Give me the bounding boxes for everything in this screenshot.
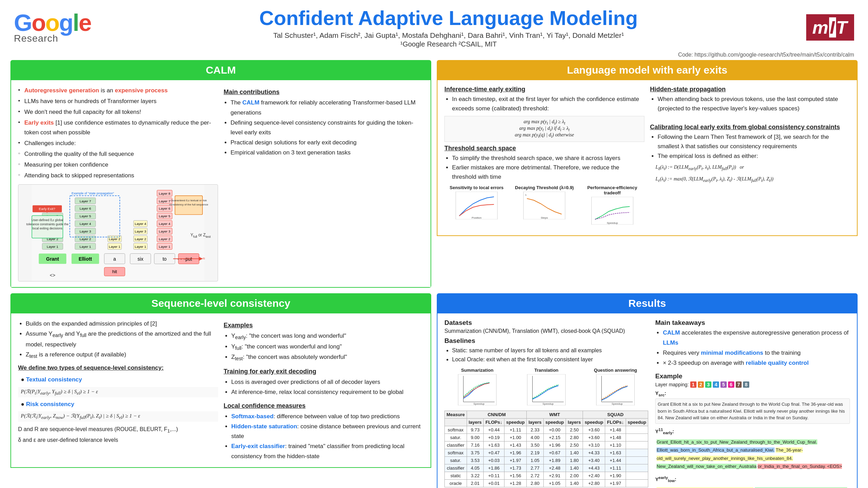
seq-body-grid: Builds on the expanded admission princip… [18, 319, 424, 462]
svg-text:Layer 2: Layer 2 [109, 237, 121, 241]
lm-hidden-list: When attending back to previous tokens, … [650, 94, 850, 113]
lm-inference-list: In each timestep, exit at the first laye… [444, 94, 644, 113]
chart-perf-efficiency-label: Performance-efficiency tradeoff [580, 185, 644, 195]
lm-panel: Language model with early exits Inferenc… [437, 60, 858, 288]
seq-risk: ● Risk consistency [21, 399, 218, 410]
svg-text:Layer 1: Layer 1 [47, 245, 59, 249]
example-y-src-text: Grant Elliott hit a six to put New Zeala… [655, 398, 850, 424]
seq-local-1: Softmax-based: difference between value … [231, 412, 424, 422]
results-table-header-row: Measure CNN/DM WMT SQUAD [445, 411, 648, 418]
seq-bullet-3: Ztest is a reference output (if availabl… [26, 350, 218, 360]
svg-rect-87 [524, 192, 565, 219]
main-takeaways-list: CALM accelerates the expensive autoregre… [655, 328, 850, 368]
table-row: softmax 9.73 +0.44 +1.11 2.33 +0.00 2.50… [445, 426, 648, 434]
svg-text:Layer 4: Layer 4 [135, 222, 147, 226]
calm-challenge-1: Controlling the quality of the full sequ… [18, 149, 218, 159]
chart-sensitivity-svg: Position [444, 192, 509, 219]
svg-text:≈: ≈ [202, 256, 205, 261]
seq-bullet-2: Assume Yearly and Yfull are the predicti… [26, 329, 218, 350]
svg-text:Layer 2: Layer 2 [159, 237, 171, 241]
seq-bullet-1: Builds on the expanded admission princip… [26, 319, 218, 329]
col-wmt: WMT [527, 411, 583, 418]
table-row: oracle 2.01 +0.01 +1.28 2.80 +1.05 1.40 … [445, 479, 648, 487]
seq-training-1: Loss is averaged over predictions of all… [231, 377, 424, 387]
lm-threshold-2: Earlier mistakes are more detrimental. T… [452, 163, 644, 182]
svg-text:hit: hit [112, 269, 117, 275]
lm-formulas: Lδ(λt) := D(LLMearly(Pt, λt), LLMfull(Pt… [656, 163, 844, 184]
calm-contributions-list: The CALM framework for reliably accelera… [224, 98, 424, 158]
seq-example-3: Ztest: "the concert was absolutely wonde… [231, 352, 424, 363]
calm-panel-header: CALM [10, 60, 431, 80]
svg-text:Layer 1: Layer 1 [109, 245, 121, 249]
results-panel: Results Datasets Summarization (CNN/DM),… [437, 293, 858, 488]
seq-notes: D and R are sequence-level measures (ROU… [18, 424, 218, 445]
calm-left: Autoregressive generation is an expensiv… [18, 86, 218, 282]
svg-text:Layer 6: Layer 6 [159, 207, 171, 211]
chart-sensitivity-label: Sensitivity to local errors [444, 185, 509, 190]
lm-calibrating-title: Calibrating local early exits from globa… [650, 124, 850, 131]
svg-text:Layer 3: Layer 3 [159, 229, 171, 233]
svg-text:λ: λ [525, 194, 527, 196]
calm-contribution-3: Practical design solutions for early exi… [231, 138, 424, 148]
lm-body-grid: Inference-time early exiting In each tim… [444, 86, 850, 230]
svg-text:User-defined δ,ε global: User-defined δ,ε global [32, 219, 63, 222]
datasets-title: Datasets [444, 319, 648, 327]
lm-right: Hidden-state propagation When attending … [650, 86, 850, 230]
svg-text:. . .: . . . [177, 255, 185, 261]
chart-perf-efficiency-svg: Speedup [580, 197, 644, 225]
chart-summarization-label: Summarization [444, 368, 510, 373]
lm-formula-1: Lδ(λt) := D(LLMearly(Pt, λt), LLMfull(Pt… [656, 163, 844, 173]
calm-diagram-svg: Grant Elliott a six to put [18, 185, 218, 281]
results-table-body: softmax 9.73 +0.44 +1.11 2.33 +0.00 2.50… [445, 426, 648, 487]
lm-inference-title: Inference-time early exiting [444, 86, 644, 93]
calm-bullet-1: Autoregressive generation is an expensiv… [18, 86, 218, 95]
layer-mapping: Layer mapping: 1 2 3 4 5 6 7 8 [655, 381, 850, 388]
mit-logo: mIT [806, 14, 854, 41]
lm-formula-2: Lε(λt) := max(0, ℛ(LLMearly(Pt, λt), Zt)… [656, 175, 844, 184]
lm-calibrating-1: Following the Learn Then Test framework … [658, 132, 850, 151]
seq-examples-list: Yearly: "the concert was long and wonder… [224, 331, 424, 363]
seq-local-3: Early-exit classifier: trained "meta" cl… [231, 441, 424, 462]
results-right: Main takeaways CALM accelerates the expe… [655, 319, 850, 488]
seq-training-2: At inference-time, relax local consisten… [231, 387, 424, 397]
svg-text:Layer 4: Layer 4 [159, 222, 171, 226]
calm-contribution-2: Defining sequence-level consistency cons… [231, 118, 424, 138]
chart-qa-svg: Speedup [583, 374, 648, 405]
header-center: Confident Adaptive Language Modeling Tal… [91, 7, 806, 48]
seq-right: Examples Yearly: "the concert was long a… [224, 319, 424, 462]
main-grid: CALM Autoregressive generation is an exp… [10, 60, 858, 488]
svg-text:Position: Position [471, 216, 481, 219]
svg-text:Speedup: Speedup [474, 402, 485, 405]
takeaway-1: CALM accelerates the expensive autoregre… [663, 328, 850, 348]
svg-text:Example of "state propagation": Example of "state propagation" [72, 192, 114, 195]
main-contributions-title: Main contributions [224, 89, 424, 96]
header: Google Research Confident Adaptive Langu… [10, 7, 858, 48]
seq-local-confidence-title: Local confidence measures [224, 402, 424, 410]
svg-text:Speedup: Speedup [543, 402, 554, 405]
col-squad: SQUAD [583, 411, 648, 418]
results-table-subheader-row: layers FLOPs↓ speedup layers speedup lay… [445, 418, 648, 426]
calm-contribution-4: Empirical validation on 3 text generatio… [231, 148, 424, 158]
results-left: Datasets Summarization (CNN/DM), Transla… [444, 319, 648, 488]
calm-right: Main contributions The CALM framework fo… [224, 86, 424, 282]
calm-diagram: Grant Elliott a six to put [18, 184, 218, 281]
results-panel-body: Datasets Summarization (CNN/DM), Transla… [437, 313, 858, 488]
seq-formula-1: P(ℛ(Pt|Yearly, Yfull) ≥ δ | Sel) ≥ 1 − ε [18, 387, 218, 397]
chart-translation: Translation Speedup [514, 368, 579, 407]
seq-consistency-title: We define two types of sequence-level co… [18, 364, 164, 371]
svg-text:local exiting decisions: local exiting decisions [32, 227, 62, 230]
svg-text:Steps: Steps [541, 216, 548, 219]
lm-threshold-1: To simplify the threshold search space, … [452, 153, 644, 163]
calm-contribution-1: The CALM framework for reliably accelera… [231, 98, 424, 118]
svg-text:consistency of the full sequen: consistency of the full sequence [169, 203, 208, 206]
results-charts: Summarization Speedup [444, 368, 648, 407]
seq-panel-header: Sequence-level consistency [10, 293, 431, 313]
svg-text:Layer 1: Layer 1 [135, 245, 147, 249]
lm-hidden-1: When attending back to previous tokens, … [658, 94, 850, 113]
lm-calibrating-list: Following the Learn Then Test framework … [650, 132, 850, 161]
svg-text:Layer 2: Layer 2 [135, 237, 147, 241]
calm-bullet-5: Challenges include: [18, 138, 218, 148]
seq-training-title: Training for early exit decoding [224, 368, 424, 375]
svg-text:Layer 2: Layer 2 [80, 237, 91, 241]
seq-risk-list: ● Risk consistency [18, 399, 218, 410]
